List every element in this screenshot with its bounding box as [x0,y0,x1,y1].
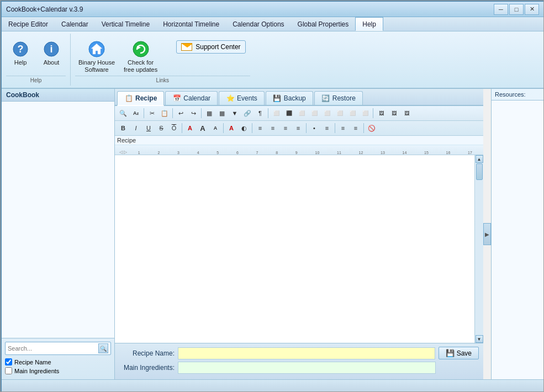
font-size-up-button[interactable]: A [197,122,209,134]
events-tab-icon: ⭐ [226,94,235,103]
img-btn1[interactable]: 🖼 [375,107,387,119]
recipe-name-checkbox[interactable] [5,358,12,365]
img-btn3[interactable]: 🖼 [400,107,413,119]
highlight-btn[interactable]: ◐ [238,122,250,134]
backup-tab-icon: 💾 [273,94,282,103]
menu-recipe-editor[interactable]: Recipe Editor [2,17,55,31]
numbered-list-button[interactable]: ≡ [321,122,333,134]
cell-btn2[interactable]: ⬛ [283,107,295,119]
binary-house-label: Binary HouseSoftware [78,59,115,73]
toolbar-row2: B I U S Ō A A A A ◐ ≡ ≡ ≡ ≡ • ≡ [115,121,483,136]
insert-table-button[interactable]: ▦ [203,107,215,119]
sep4 [268,108,268,118]
cell-btn7[interactable]: ⬜ [346,107,358,119]
menu-global-properties[interactable]: Global Properties [291,17,356,31]
outdent-button[interactable]: ≡ [350,122,362,134]
scroll-thumb[interactable] [476,163,483,180]
cell-btn5[interactable]: ⬜ [321,107,333,119]
font-color-button[interactable]: A [184,122,196,134]
find-button[interactable]: 🔍 [117,107,129,119]
maximize-button[interactable]: □ [509,4,524,15]
menu-bar: Recipe Editor Calendar Vertical Timeline… [2,17,543,31]
save-button[interactable]: 💾 Save [439,347,479,359]
help-group-label: Help [6,76,66,83]
cell-btn8[interactable]: ⬜ [359,107,371,119]
cut-button[interactable]: ✂ [146,107,158,119]
indent-button[interactable]: ≡ [337,122,349,134]
bullet-list-button[interactable]: • [308,122,320,134]
table-props-button[interactable]: ▦ [216,107,228,119]
sep3 [201,108,202,118]
center-area: 📋 Recipe 📅 Calendar ⭐ Events 💾 Backup 🔄 [115,89,483,379]
scroll-down-arrow[interactable]: ▼ [476,335,483,343]
scroll-up-arrow[interactable]: ▲ [476,155,483,163]
title-text: CookBook+Calendar v.3.9 [6,6,83,13]
support-center-button[interactable]: Support Center [176,40,245,54]
binary-house-button[interactable]: Binary HouseSoftware [75,38,118,76]
align-left-button[interactable]: ≡ [254,122,266,134]
align-justify-button[interactable]: ≡ [292,122,304,134]
minimize-button[interactable]: ─ [494,4,508,15]
ruler-marks: ◁ ▷ 1 2 3 4 5 6 7 8 9 10 [115,145,483,155]
ruler: ◁ ▷ 1 2 3 4 5 6 7 8 9 10 [115,145,483,155]
overline-button[interactable]: Ō [168,122,180,134]
menu-horizontal-timeline[interactable]: Horizontal Timeline [156,17,226,31]
tab-recipe[interactable]: 📋 Recipe [117,91,164,106]
recipe-name-input[interactable] [178,347,435,359]
main-ingredients-checkbox[interactable] [5,367,12,374]
recipe-label: Recipe [115,136,483,145]
table-dropdown[interactable]: ▼ [229,107,241,119]
editor-area[interactable] [115,155,474,343]
underline-button[interactable]: U [142,122,155,134]
font-size-down-button[interactable]: A [209,122,221,134]
highlight-red-button[interactable]: A [225,122,237,134]
editor-body: ▲ ▼ [115,155,483,343]
ribbon-group-help: ? Help i About Help [2,34,71,86]
find-replace-button[interactable]: Az [130,107,142,119]
bold-button[interactable]: B [117,122,129,134]
clear-format-button[interactable]: 🚫 [366,122,378,134]
tab-calendar[interactable]: 📅 Calendar [165,91,218,105]
toolbar-row1: 🔍 Az ✂ 📋 ↩ ↪ ▦ ▦ ▼ 🔗 ¶ ⬜ ⬛ ⬜ ⬜ ⬜ [115,106,483,121]
menu-calendar-options[interactable]: Calendar Options [226,17,291,31]
main-ingredients-checkbox-label: Main Ingredients [14,368,59,374]
close-button[interactable]: ✕ [525,4,539,15]
italic-button[interactable]: I [130,122,142,134]
right-panel-content [492,100,543,379]
insert-link-button[interactable]: 🔗 [241,107,253,119]
search-button[interactable]: 🔍 [98,343,108,353]
menu-vertical-timeline[interactable]: Vertical Timeline [95,17,156,31]
search-input[interactable] [8,345,98,352]
tab-restore[interactable]: 🔄 Restore [314,91,363,105]
sidebar-footer: 🔍 Recipe Name Main Ingredients [2,338,114,379]
menu-calendar[interactable]: Calendar [55,17,95,31]
tab-backup[interactable]: 💾 Backup [266,91,313,105]
ribbon-group-links: Binary HouseSoftware Check forfree updat… [71,34,255,86]
copy-button[interactable]: 📋 [159,107,171,119]
main-ingredients-row: Main Ingredients: [119,362,479,374]
main-ingredients-input[interactable] [178,362,436,374]
vertical-scrollbar[interactable]: ▲ ▼ [474,155,483,343]
editor-container: Recipe ◁ ▷ 1 2 3 4 5 6 7 [115,136,483,343]
cell-btn3[interactable]: ⬜ [295,107,308,119]
right-panel: Resources: [491,89,543,379]
img-btn2[interactable]: 🖼 [388,107,400,119]
cell-btn1[interactable]: ⬜ [270,107,282,119]
cell-btn6[interactable]: ⬜ [334,107,346,119]
scroll-track[interactable] [476,163,483,335]
help-button[interactable]: ? Help [6,38,35,68]
paragraph-button[interactable]: ¶ [254,107,266,119]
status-bar [2,379,543,391]
about-button[interactable]: i About [37,38,66,68]
collapse-right-button[interactable]: ▶ [483,223,491,245]
about-icon: i [43,40,60,58]
align-right-button[interactable]: ≡ [279,122,292,134]
align-center-button[interactable]: ≡ [267,122,279,134]
tab-events[interactable]: ⭐ Events [219,91,265,105]
menu-help[interactable]: Help [355,17,383,31]
check-updates-button[interactable]: Check forfree updates [120,38,161,76]
undo-button[interactable]: ↩ [175,107,187,119]
redo-button[interactable]: ↪ [187,107,199,119]
cell-btn4[interactable]: ⬜ [308,107,320,119]
strikethrough-button[interactable]: S [155,122,167,134]
